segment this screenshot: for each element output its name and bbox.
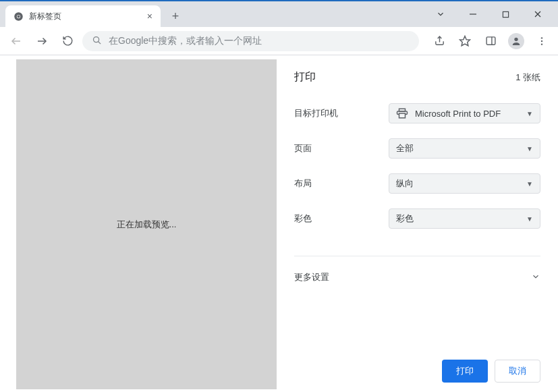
titlebar: 新标签页 × + [0,1,558,27]
tab-close-icon[interactable]: × [147,11,152,22]
printer-icon [396,107,408,119]
destination-value: Microsoft Print to PDF [415,109,501,119]
new-tab-button[interactable]: + [166,7,185,26]
svg-rect-20 [399,113,406,118]
back-button[interactable] [5,30,27,52]
cancel-button[interactable]: 取消 [495,360,540,383]
svg-point-2 [18,15,20,18]
print-dialog: 正在加载预览... 打印 1 张纸 目标打印机 Microsoft Print … [0,57,558,392]
preview-loading-text: 正在加载预览... [117,219,177,231]
svg-line-10 [99,41,101,44]
window-minimize-button[interactable] [458,4,488,24]
toolbar: 在Google中搜索，或者输入一个网址 [0,27,558,55]
window-controls [426,1,558,27]
layout-select[interactable]: 纵向 ▼ [389,173,540,194]
chevron-down-icon: ▼ [526,110,533,117]
chevron-down-icon: ▼ [526,180,533,188]
layout-value: 纵向 [396,177,414,190]
pages-label: 页面 [294,142,389,155]
svg-rect-4 [503,11,508,17]
more-settings-label: 更多设置 [294,271,329,283]
color-select[interactable]: 彩色 ▼ [389,208,540,229]
forward-button[interactable] [31,30,53,52]
divider [294,256,540,256]
window-chevron-icon[interactable] [426,4,455,24]
print-button[interactable]: 打印 [442,360,488,383]
preview-area: 正在加载预览... [16,59,277,389]
destination-label: 目标打印机 [294,107,389,119]
browser-tab[interactable]: 新标签页 × [5,5,161,27]
svg-point-18 [541,43,542,45]
share-icon[interactable] [428,30,450,52]
svg-marker-12 [460,36,470,45]
chevron-down-icon: ▼ [526,215,533,223]
more-settings-toggle[interactable]: 更多设置 [294,269,540,286]
tab-title: 新标签页 [29,11,142,22]
layout-label: 布局 [294,177,389,190]
pages-value: 全部 [396,142,414,155]
side-panel-icon[interactable] [480,30,501,52]
svg-point-15 [514,37,518,40]
print-title: 打印 [294,70,316,84]
preview-pane: 正在加载预览... [0,57,277,392]
svg-rect-13 [486,37,495,45]
svg-point-9 [94,36,99,42]
color-label: 彩色 [294,213,389,225]
omnibox-placeholder: 在Google中搜索，或者输入一个网址 [109,35,262,47]
svg-point-16 [541,37,542,38]
chrome-icon [13,11,24,22]
pages-select[interactable]: 全部 ▼ [389,138,540,159]
reload-button[interactable] [57,30,78,52]
svg-point-17 [541,40,542,41]
search-icon [92,35,102,47]
color-value: 彩色 [396,213,414,225]
chevron-down-icon [531,272,540,283]
sheet-count: 1 张纸 [515,72,540,84]
print-settings-panel: 打印 1 张纸 目标打印机 Microsoft Print to PDF ▼ 页… [277,57,558,392]
profile-avatar[interactable] [505,30,527,52]
menu-icon[interactable] [531,30,553,52]
window-close-button[interactable] [523,4,553,24]
bookmark-icon[interactable] [454,30,476,52]
destination-select[interactable]: Microsoft Print to PDF ▼ [389,103,540,123]
window-maximize-button[interactable] [491,4,520,24]
chevron-down-icon: ▼ [526,145,533,152]
omnibox[interactable]: 在Google中搜索，或者输入一个网址 [82,31,419,51]
